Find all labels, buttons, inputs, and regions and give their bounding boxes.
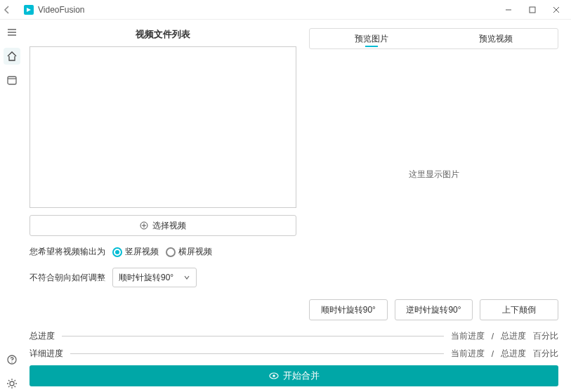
maximize-button[interactable] <box>520 0 544 20</box>
preview-controls: 顺时针旋转90° 逆时针旋转90° 上下颠倒 <box>309 299 558 320</box>
radio-icon <box>112 247 122 257</box>
preview-area: 这里显示图片 <box>309 49 558 299</box>
titlebar: VideoFusion <box>0 0 571 20</box>
overall-current: 当前进度 <box>451 330 485 342</box>
detail-progress-row: 详细进度 当前进度 / 总进度 百分比 <box>29 348 558 360</box>
svg-point-5 <box>11 362 12 362</box>
svg-point-9 <box>273 374 275 377</box>
start-merge-button[interactable]: 开始合并 <box>29 365 558 386</box>
select-video-button[interactable]: 选择视频 <box>29 215 296 236</box>
preview-placeholder: 这里显示图片 <box>409 169 459 181</box>
rotate-ccw-button[interactable]: 逆时针旋转90° <box>395 299 473 320</box>
detail-label: 详细进度 <box>29 348 63 360</box>
sidebar <box>0 20 24 392</box>
left-panel: 视频文件列表 选择视频 您希望将视频输出为 竖屏视频 横屏视频 <box>29 28 296 320</box>
file-list-title: 视频文件列表 <box>29 28 296 41</box>
minimize-button[interactable] <box>497 0 520 20</box>
chevron-down-icon <box>183 274 190 281</box>
radio-portrait-label: 竖屏视频 <box>125 246 159 258</box>
sep2: / <box>492 349 494 359</box>
menu-icon[interactable] <box>4 24 20 41</box>
detail-current: 当前进度 <box>451 348 485 360</box>
tab-preview-video[interactable]: 预览视频 <box>434 29 558 48</box>
svg-rect-2 <box>8 77 16 84</box>
app-title: VideoFusion <box>38 5 85 15</box>
back-button[interactable] <box>3 6 17 14</box>
adjust-row: 不符合朝向如何调整 顺时针旋转90° <box>29 268 296 287</box>
adjust-label: 不符合朝向如何调整 <box>29 272 105 284</box>
help-icon[interactable] <box>4 351 20 368</box>
close-button[interactable] <box>544 0 568 20</box>
overall-bar <box>62 336 444 337</box>
right-panel: 预览图片 预览视频 这里显示图片 顺时针旋转90° 逆时针旋转90° 上下颠倒 <box>309 28 558 320</box>
svg-rect-1 <box>530 7 535 13</box>
detail-bar <box>70 353 444 354</box>
sep: / <box>492 332 494 341</box>
detail-total: 总进度 <box>501 348 526 360</box>
flip-button[interactable]: 上下颠倒 <box>480 299 558 320</box>
adjust-dropdown[interactable]: 顺时针旋转90° <box>112 268 197 287</box>
preview-tabs: 预览图片 预览视频 <box>309 28 558 49</box>
start-merge-label: 开始合并 <box>283 370 320 382</box>
calendar-icon[interactable] <box>4 72 20 89</box>
output-orientation-row: 您希望将视频输出为 竖屏视频 横屏视频 <box>29 246 296 258</box>
radio-landscape[interactable]: 横屏视频 <box>166 246 212 258</box>
home-icon[interactable] <box>4 48 20 65</box>
rotate-cw-button[interactable]: 顺时针旋转90° <box>309 299 388 320</box>
progress-section: 总进度 当前进度 / 总进度 百分比 详细进度 当前进度 / 总进度 百分比 开… <box>29 330 558 386</box>
detail-percent: 百分比 <box>533 348 558 360</box>
radio-landscape-label: 横屏视频 <box>178 246 212 258</box>
app-logo-icon <box>24 5 34 15</box>
adjust-value: 顺时针旋转90° <box>119 272 173 284</box>
settings-icon[interactable] <box>4 375 20 392</box>
radio-portrait[interactable]: 竖屏视频 <box>112 246 159 258</box>
file-list[interactable] <box>29 46 296 208</box>
select-video-label: 选择视频 <box>152 220 186 232</box>
overall-progress-row: 总进度 当前进度 / 总进度 百分比 <box>29 330 558 342</box>
overall-label: 总进度 <box>29 330 55 342</box>
output-label: 您希望将视频输出为 <box>29 246 105 258</box>
radio-icon <box>166 247 176 257</box>
plus-icon <box>140 221 148 230</box>
tab-preview-image[interactable]: 预览图片 <box>310 29 434 48</box>
overall-percent: 百分比 <box>533 330 558 342</box>
overall-total: 总进度 <box>501 330 526 342</box>
eye-icon <box>269 371 279 381</box>
svg-point-6 <box>10 381 14 386</box>
